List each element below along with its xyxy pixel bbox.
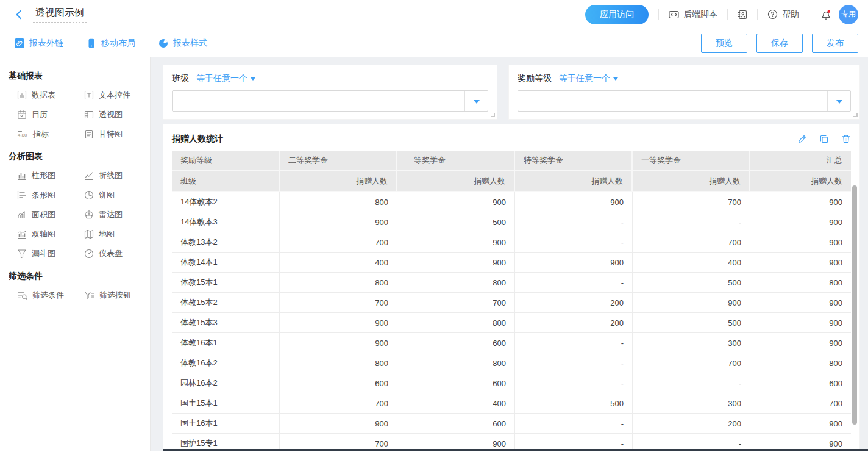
pivot-data-row: 园林16本2600600--600 bbox=[172, 373, 851, 393]
sidebar-item-label: 饼图 bbox=[99, 190, 115, 201]
class-cell: 体教15本1 bbox=[172, 273, 280, 293]
area-chart-icon bbox=[17, 210, 27, 220]
map-icon bbox=[84, 229, 94, 239]
select-arrow[interactable] bbox=[464, 91, 488, 111]
value-cell: 900 bbox=[397, 192, 515, 212]
sidebar-item-funnel-chart[interactable]: 漏斗图 bbox=[17, 244, 84, 264]
select-value bbox=[518, 91, 827, 111]
sidebar-item-map[interactable]: 地图 bbox=[84, 224, 151, 244]
sidebar-item-calendar[interactable]: 日历 bbox=[17, 105, 84, 124]
back-button[interactable] bbox=[12, 8, 26, 21]
pivot-col-header: 一等奖学金 bbox=[633, 151, 750, 171]
filter-operator-dropdown[interactable]: 等于任意一个 bbox=[196, 73, 255, 84]
publish-button[interactable]: 发布 bbox=[812, 34, 858, 53]
pie-style-toolbar-button[interactable]: 报表样式 bbox=[158, 38, 207, 49]
filter-widget-class[interactable]: 班级 等于任意一个 bbox=[163, 65, 497, 119]
filter-operator-dropdown[interactable]: 等于任意一个 bbox=[559, 73, 618, 84]
top-header: 透视图示例 应用访问 后端脚本 帮助 专用 bbox=[0, 0, 868, 29]
link-toolbar-button[interactable]: 报表外链 bbox=[15, 38, 63, 49]
value-cell: 900 bbox=[280, 333, 397, 353]
address-book-button[interactable] bbox=[738, 10, 747, 20]
filter-widget-award-level[interactable]: 奖励等级 等于任意一个 bbox=[509, 65, 859, 119]
backend-script-button[interactable]: 后端脚本 bbox=[669, 9, 717, 20]
code-icon bbox=[669, 10, 679, 20]
sidebar-item-column-chart[interactable]: 柱形图 bbox=[17, 166, 84, 185]
pivot-summary-header: 汇总 bbox=[750, 151, 851, 171]
value-cell: 900 bbox=[750, 253, 851, 273]
value-cell: 900 bbox=[750, 414, 851, 434]
sidebar-item-radar-chart[interactable]: 雷达图 bbox=[84, 205, 151, 224]
toolbar-item-label: 报表样式 bbox=[173, 38, 207, 49]
avatar[interactable]: 专用 bbox=[839, 5, 858, 24]
value-cell: - bbox=[633, 373, 750, 393]
mobile-icon bbox=[87, 38, 96, 48]
designer-toolbar: 报表外链移动布局报表样式 预览保存发布 bbox=[0, 29, 868, 57]
value-cell: 900 bbox=[280, 313, 397, 333]
sidebar-item-label: 双轴图 bbox=[32, 229, 55, 240]
pivot-measure-header: 捐赠人数 bbox=[397, 171, 515, 192]
value-cell: 200 bbox=[515, 293, 633, 313]
sidebar-item-label: 柱形图 bbox=[32, 170, 55, 181]
sidebar-section-title: 筛选条件 bbox=[0, 264, 150, 285]
dual-axis-chart-icon bbox=[17, 229, 27, 239]
sidebar-item-line-chart[interactable]: 折线图 bbox=[84, 166, 151, 185]
sidebar-item-pie-chart[interactable]: 饼图 bbox=[84, 185, 151, 205]
sidebar-item-bar-chart[interactable]: 条形图 bbox=[17, 185, 84, 205]
resize-handle[interactable] bbox=[853, 113, 858, 117]
sidebar-item-metric[interactable]: 4,80指标 bbox=[17, 124, 84, 144]
filter-select[interactable] bbox=[172, 90, 488, 112]
class-cell: 园林16本2 bbox=[172, 373, 280, 393]
horizontal-scrollbar[interactable] bbox=[163, 449, 868, 451]
edit-button[interactable] bbox=[797, 134, 807, 144]
value-cell: 800 bbox=[280, 353, 397, 373]
value-cell: - bbox=[515, 373, 633, 393]
save-button[interactable]: 保存 bbox=[756, 34, 803, 53]
app-access-button[interactable]: 应用访问 bbox=[585, 5, 649, 24]
sidebar-item-filter-button[interactable]: 筛选按钮 bbox=[84, 285, 151, 305]
value-cell: 700 bbox=[397, 293, 515, 313]
select-arrow[interactable] bbox=[827, 91, 850, 111]
value-cell: 900 bbox=[280, 414, 397, 434]
delete-button[interactable] bbox=[841, 134, 851, 144]
resize-handle[interactable] bbox=[491, 113, 495, 117]
value-cell: 900 bbox=[750, 293, 851, 313]
value-cell: 700 bbox=[633, 353, 750, 373]
pivot-widget[interactable]: 捐赠人数统计 奖励等级二等奖学金三等奖学金特等奖学金一等奖学金汇总班级捐赠人数捐… bbox=[163, 124, 859, 451]
pivot-data-row: 体教15本2700700200900900 bbox=[172, 293, 851, 313]
value-cell: 600 bbox=[397, 333, 515, 353]
value-cell: - bbox=[633, 212, 750, 232]
help-button[interactable]: 帮助 bbox=[767, 9, 799, 20]
sidebar-item-dual-axis-chart[interactable]: 双轴图 bbox=[17, 224, 84, 244]
divider bbox=[757, 9, 758, 20]
sidebar-item-data-table[interactable]: 数据表 bbox=[17, 85, 84, 105]
copy-button[interactable] bbox=[819, 134, 829, 144]
filter-operator-label: 等于任意一个 bbox=[196, 73, 247, 84]
sidebar-item-area-chart[interactable]: 面积图 bbox=[17, 205, 84, 224]
value-cell: 300 bbox=[633, 333, 750, 353]
vertical-scrollbar[interactable] bbox=[852, 185, 857, 425]
value-cell: 500 bbox=[633, 313, 750, 333]
preview-button[interactable]: 预览 bbox=[701, 34, 747, 53]
mobile-toolbar-button[interactable]: 移动布局 bbox=[87, 38, 135, 49]
sidebar-item-gauge[interactable]: 仪表盘 bbox=[84, 244, 151, 264]
sidebar-item-label: 文本控件 bbox=[99, 90, 130, 101]
pivot-col-header: 二等奖学金 bbox=[280, 151, 397, 171]
pivot-col-header: 特等奖学金 bbox=[515, 151, 633, 171]
sidebar-item-pivot[interactable]: 透视图 bbox=[84, 105, 151, 124]
toolbar-item-label: 报表外链 bbox=[29, 38, 63, 49]
value-cell: - bbox=[515, 353, 633, 373]
notification-bell-button[interactable] bbox=[820, 9, 831, 20]
sidebar-item-label: 透视图 bbox=[99, 109, 123, 120]
filter-select[interactable] bbox=[518, 90, 851, 112]
sidebar-item-gantt[interactable]: 甘特图 bbox=[84, 124, 151, 144]
data-table-icon bbox=[17, 90, 27, 100]
value-cell: 900 bbox=[397, 232, 515, 253]
sidebar-item-filter-condition[interactable]: 筛选条件 bbox=[17, 285, 84, 305]
funnel-chart-icon bbox=[17, 249, 27, 259]
value-cell: 700 bbox=[280, 393, 397, 414]
divider bbox=[809, 9, 809, 20]
value-cell: 900 bbox=[633, 293, 750, 313]
text-widget-icon bbox=[84, 90, 94, 100]
class-cell: 14体教本2 bbox=[172, 192, 280, 212]
sidebar-item-text-widget[interactable]: 文本控件 bbox=[84, 85, 151, 105]
